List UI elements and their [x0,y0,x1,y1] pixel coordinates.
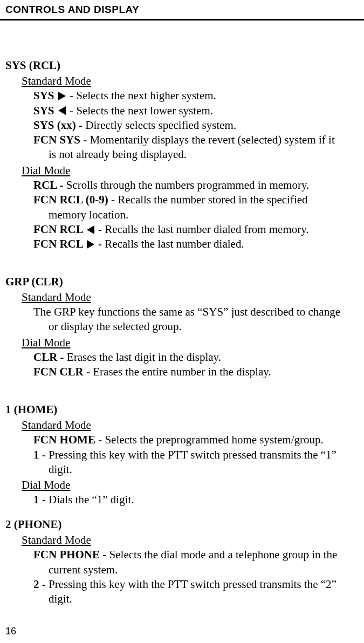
fcn-rcl09-prefix: FCN RCL (0-9) - [33,193,118,206]
one-dial-item: 1 - Dials the “1” digit. [33,492,359,507]
fcn-home-desc: Selects the preprogrammed home system/gr… [105,433,323,446]
two-item: 2 - Pressing this key with the PTT switc… [33,577,359,607]
section-title-phone: 2 (PHONE) [5,517,359,532]
sys-xx-desc: Directly selects specified system. [85,119,236,132]
one-desc1: Pressing this key with the PTT switch pr… [49,448,336,461]
mode-standard-grp: Standard Mode [22,290,359,305]
two-desc1: Pressing this key with the PTT switch pr… [49,578,336,591]
one-desc2: digit. [49,462,359,477]
clr-desc: Erases the last digit in the display. [67,351,221,364]
one-dial-prefix: 1 - [33,493,49,506]
triangle-right-icon [58,92,66,100]
fcn-phone-prefix: FCN PHONE - [33,548,109,561]
mode-dial-sys: Dial Mode [22,163,359,178]
mode-standard-home: Standard Mode [22,418,359,433]
two-prefix: 2 - [33,578,49,591]
sys-xx-prefix: SYS (xx) - [33,119,85,132]
sys-right-desc: - Selects the next higher system. [67,89,216,102]
rcl-item: RCL - Scrolls through the numbers progra… [33,178,359,193]
clr-item: CLR - Erases the last digit in the displ… [33,350,359,365]
mode-dial-grp: Dial Mode [22,336,359,350]
rcl-prefix: RCL - [33,179,66,191]
sys-left-prefix: SYS [33,104,57,117]
fcn-sys-desc2: is not already being displayed. [49,147,359,162]
fcn-phone-desc1: Selects the dial mode and a telephone gr… [109,548,338,561]
one-item: 1 - Pressing this key with the PTT switc… [33,448,359,477]
fcn-home-item: FCN HOME - Selects the preprogrammed hom… [33,433,359,447]
one-prefix: 1 - [33,448,49,461]
fcn-rcl09-desc1: Recalls the number stored in the specifi… [118,193,307,206]
triangle-right-icon [87,240,94,249]
fcn-phone-item: FCN PHONE - Selects the dial mode and a … [33,548,359,577]
fcn-clr-prefix: FCN CLR - [33,365,93,378]
page-content: SYS (RCL) Standard Mode SYS - Selects th… [0,20,364,607]
sys-right-prefix: SYS [33,89,57,102]
fcn-rcl-left-desc: - Recalls the last number dialed from me… [95,223,309,236]
mode-dial-home: Dial Mode [22,478,359,492]
fcn-clr-desc: Erases the entire number in the display. [93,365,271,378]
section-title-grp-clr: GRP (CLR) [5,275,359,289]
fcn-sys-desc1: Momentarily displays the revert (selecte… [90,133,334,146]
fcn-home-prefix: FCN HOME - [33,433,105,446]
fcn-phone-desc2: current system. [49,563,359,577]
one-dial-desc: Dials the “1” digit. [49,493,134,506]
mode-standard-sys: Standard Mode [22,74,359,88]
grp-desc1: The GRP key functions the same as “SYS” … [33,305,340,318]
fcn-sys-prefix: FCN SYS - [33,133,90,146]
sys-left-desc: - Selects the next lower system. [67,104,213,117]
fcn-rcl-left-item: FCN RCL - Recalls the last number dialed… [33,222,359,237]
fcn-rcl-left-prefix: FCN RCL [33,223,86,236]
sys-right-item: SYS - Selects the next higher system. [33,88,359,103]
fcn-rcl09-desc2: memory location. [49,208,359,222]
page-header: CONTROLS AND DISPLAY [0,0,364,20]
fcn-rcl-right-dash: - [95,237,105,250]
fcn-rcl-right-item: FCN RCL - Recalls the last number dialed… [33,237,359,251]
section-title-home: 1 (HOME) [5,402,359,417]
triangle-left-icon [87,225,94,234]
fcn-rcl09-item: FCN RCL (0-9) - Recalls the number store… [33,193,359,222]
grp-desc2: or display the selected group. [49,319,359,334]
sys-xx-item: SYS (xx) - Directly selects specified sy… [33,118,359,133]
sys-left-item: SYS - Selects the next lower system. [33,104,359,118]
rcl-desc: Scrolls through the numbers programmed i… [66,179,310,191]
clr-prefix: CLR - [33,351,67,364]
fcn-clr-item: FCN CLR - Erases the entire number in th… [33,365,359,379]
grp-desc-item: The GRP key functions the same as “SYS” … [33,305,359,334]
fcn-sys-item: FCN SYS - Momentarily displays the rever… [33,133,359,162]
fcn-rcl-right-prefix: FCN RCL [33,237,86,250]
fcn-rcl-right-desc: Recalls the last number dialed. [105,237,244,250]
section-title-sys-rcl: SYS (RCL) [5,58,359,73]
two-desc2: digit. [49,592,359,606]
mode-standard-phone: Standard Mode [22,533,359,548]
triangle-left-icon [58,106,66,115]
page-number: 16 [5,625,16,638]
